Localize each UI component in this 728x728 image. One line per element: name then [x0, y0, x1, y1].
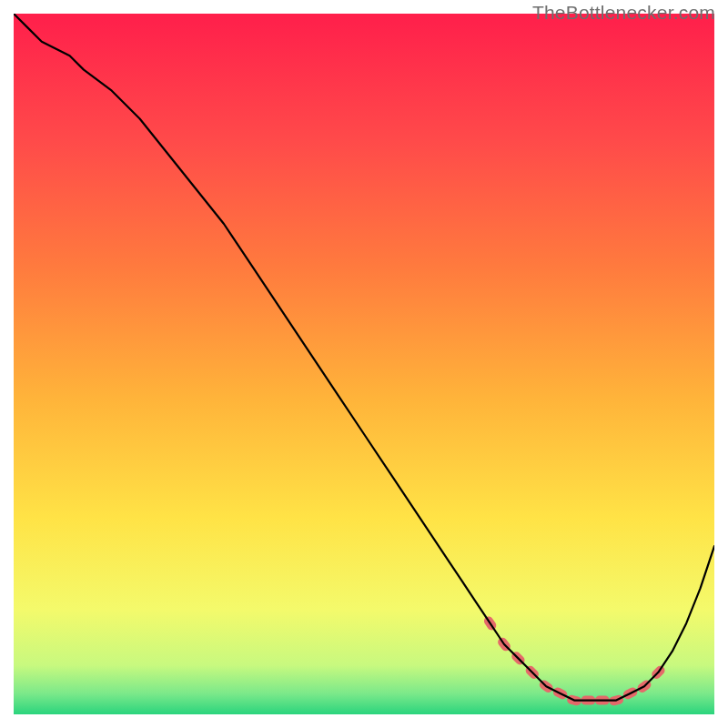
marker-group: [482, 614, 667, 706]
curve-layer: [14, 14, 714, 714]
watermark-text: TheBottlenecker.com: [532, 2, 715, 24]
chart-frame: TheBottlenecker.com: [0, 0, 728, 728]
bottleneck-curve: [14, 14, 714, 701]
plot-area: [14, 14, 714, 714]
